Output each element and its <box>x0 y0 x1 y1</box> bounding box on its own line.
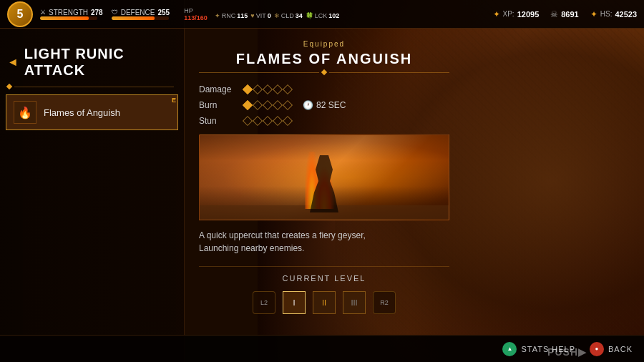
burn-pip-2 <box>253 100 263 110</box>
level-3-button[interactable]: III <box>343 291 366 314</box>
xp-group: ✦ XP: 12095 <box>493 9 540 19</box>
hs-group: ✦ HS: 42523 <box>590 9 637 19</box>
hp-group: HP 113/160 <box>184 7 208 21</box>
equipped-label: Equipped <box>199 40 449 48</box>
strength-value: 278 <box>91 9 103 16</box>
hp-current: 113 <box>184 14 195 21</box>
damage-pips <box>244 86 291 93</box>
defence-value: 255 <box>157 9 170 16</box>
stun-stat-line: Stun <box>199 116 449 126</box>
hs-icon: ✦ <box>590 9 597 19</box>
stun-pip-3 <box>263 116 273 126</box>
hs-value: 42523 <box>615 10 637 19</box>
stun-pips <box>244 117 291 124</box>
circle-button-icon: ● <box>590 342 604 356</box>
push-logo: PUSH▶ <box>547 346 587 358</box>
strength-bar <box>40 16 97 20</box>
xp-label: XP: <box>503 10 514 18</box>
level-1-button[interactable]: I <box>283 291 306 314</box>
damage-pip-5 <box>283 84 293 94</box>
section-arrow: ◄ <box>7 56 19 69</box>
section-title-group: ◄ LIGHT RUNIC ATTACK <box>0 34 184 84</box>
damage-pip-1 <box>243 84 253 94</box>
bottom-bar: PUSH▶ ▲ STATS HELP ● BACK <box>0 335 644 362</box>
burn-pip-4 <box>273 100 283 110</box>
skull-group: ☠ 8691 <box>550 9 578 19</box>
section-divider <box>0 84 184 89</box>
strength-icon: ⚔ <box>40 9 46 16</box>
section-divider-2 <box>199 266 449 267</box>
stun-pip-1 <box>243 116 253 126</box>
triangle-button-icon: ▲ <box>502 342 517 356</box>
stun-label: Stun <box>199 116 238 126</box>
strength-label: STRENGTH <box>49 9 88 16</box>
skull-value: 8691 <box>561 10 578 19</box>
ability-preview-image <box>199 134 449 220</box>
stun-pip-2 <box>253 116 263 126</box>
rnc-stat: ✦ RNC 115 <box>215 12 248 19</box>
ability-icon: 🔥 <box>14 101 36 124</box>
level-value: 5 <box>17 8 24 21</box>
damage-pip-3 <box>263 84 273 94</box>
damage-label: Damage <box>199 84 238 94</box>
xp-value: 12095 <box>517 10 540 19</box>
vit-stat: ♥ VIT 0 <box>250 12 270 19</box>
stats-bar: 5 ⚔ STRENGTH 278 🛡 DEFENCE 255 HP 113/16… <box>0 0 644 29</box>
ability-description: A quick uppercut that creates a fiery ge… <box>199 229 449 255</box>
hs-label: HS: <box>600 10 613 18</box>
section-label: LIGHT RUNIC ATTACK <box>24 46 177 79</box>
small-stats: ✦ RNC 115 ♥ VIT 0 ❄ CLD 34 🍀 LCK 102 <box>213 12 299 19</box>
burn-pip-5 <box>283 100 293 110</box>
level-2-button[interactable]: II <box>313 291 336 314</box>
back-label: BACK <box>608 345 633 353</box>
timer-value: 82 SEC <box>316 100 346 110</box>
hp-max: 160 <box>197 14 208 21</box>
desc-line1: A quick uppercut that creates a fiery ge… <box>199 229 449 242</box>
damage-pip-2 <box>253 84 263 94</box>
left-panel: ◄ LIGHT RUNIC ATTACK 🔥 Flames of Anguish… <box>0 0 185 362</box>
burn-pip-3 <box>263 100 273 110</box>
lck-stat: 🍀 LCK 102 <box>306 12 340 19</box>
damage-pip-4 <box>273 84 283 94</box>
hp-label: HP <box>184 7 193 14</box>
ability-item[interactable]: 🔥 Flames of Anguish E <box>6 94 178 130</box>
stun-pip-5 <box>283 116 293 126</box>
back-button[interactable]: ● BACK <box>590 342 633 356</box>
right-stats: ✦ XP: 12095 ☠ 8691 ✦ HS: 42523 <box>493 9 637 19</box>
current-level-label: CURRENT LEVEL <box>199 274 449 283</box>
burn-stat-line: Burn 🕐 82 SEC <box>199 100 449 110</box>
burn-label: Burn <box>199 100 238 110</box>
item-title: FLAMES OF ANGUISH <box>199 51 449 67</box>
burn-pip-1 <box>243 100 253 110</box>
hp-values: 113/160 <box>184 14 208 21</box>
defence-group: 🛡 DEFENCE 255 <box>112 9 170 20</box>
cld-stat: ❄ CLD 34 <box>274 12 303 19</box>
defence-icon: 🛡 <box>112 9 118 16</box>
desc-line2: Launching nearby enemies. <box>199 242 449 255</box>
level-badge: 5 <box>7 1 33 27</box>
defence-label: DEFENCE <box>121 9 155 16</box>
timer-icon: 🕐 <box>303 100 313 110</box>
title-underline <box>199 70 449 74</box>
strength-group: ⚔ STRENGTH 278 <box>40 9 103 20</box>
l2-button[interactable]: L2 <box>253 291 275 314</box>
r2-button[interactable]: R2 <box>373 291 396 314</box>
timer-group: 🕐 82 SEC <box>303 100 346 110</box>
xp-icon: ✦ <box>493 9 500 19</box>
ability-name: Flames of Anguish <box>44 107 170 118</box>
skull-icon: ☠ <box>550 9 558 19</box>
defence-bar <box>112 16 169 20</box>
damage-stat-line: Damage <box>199 84 449 94</box>
burn-pips <box>244 102 291 109</box>
equip-badge: E <box>172 97 176 104</box>
main-panel: Equipped FLAMES OF ANGUISH Damage Burn 🕐… <box>185 29 464 362</box>
stun-pip-4 <box>273 116 283 126</box>
level-selector: L2 I II III R2 <box>199 291 449 314</box>
